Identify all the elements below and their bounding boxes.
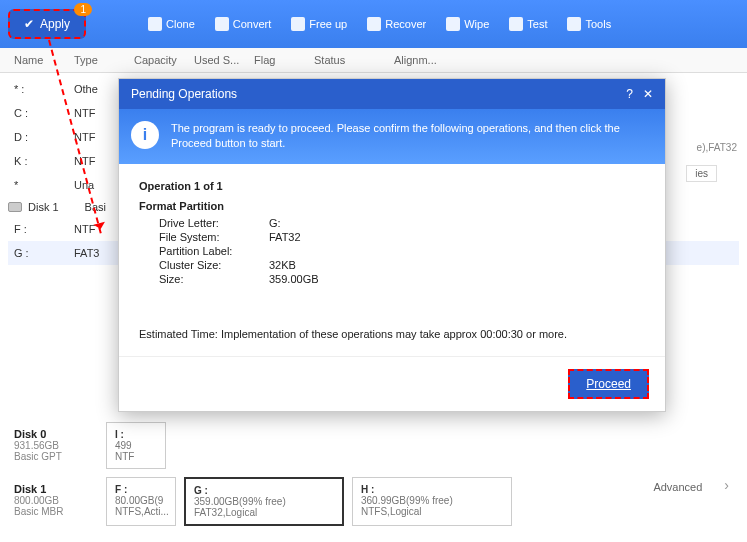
tool-clone[interactable]: Clone <box>142 13 201 35</box>
disk1-inline-label: Disk 1 <box>28 201 59 213</box>
dialog-title: Pending Operations <box>131 87 237 101</box>
test-icon <box>509 17 523 31</box>
disk-row-1: Disk 1 800.00GB Basic MBR F : 80.00GB(9 … <box>8 477 739 526</box>
side-button[interactable]: ies <box>686 165 717 182</box>
wipe-icon <box>446 17 460 31</box>
dialog-titlebar: Pending Operations ? ✕ <box>119 79 665 109</box>
apply-label: Apply <box>40 17 70 31</box>
tools-icon <box>567 17 581 31</box>
disk0-label[interactable]: Disk 0 931.56GB Basic GPT <box>8 422 98 469</box>
disk1-label[interactable]: Disk 1 800.00GB Basic MBR <box>8 477 98 526</box>
operation-count: Operation 1 of 1 <box>139 180 645 192</box>
col-align[interactable]: Alignm... <box>388 52 448 68</box>
col-name[interactable]: Name <box>8 52 68 68</box>
col-flag[interactable]: Flag <box>248 52 308 68</box>
apply-badge: 1 <box>74 3 92 16</box>
operation-name: Format Partition <box>139 200 645 212</box>
tool-freeup[interactable]: Free up <box>285 13 353 35</box>
col-status[interactable]: Status <box>308 52 388 68</box>
advanced-toggle[interactable]: Advanced <box>649 477 706 526</box>
disk-row-0: Disk 0 931.56GB Basic GPT I : 499 NTF <box>8 422 739 469</box>
dialog-footer: Proceed <box>119 356 665 411</box>
info-icon: i <box>131 121 159 149</box>
col-capacity[interactable]: Capacity <box>128 52 188 68</box>
tool-test[interactable]: Test <box>503 13 553 35</box>
freeup-icon <box>291 17 305 31</box>
partition-block[interactable]: H : 360.99GB(99% free) NTFS,Logical <box>352 477 512 526</box>
dialog-message-bar: i The program is ready to proceed. Pleas… <box>119 109 665 164</box>
estimated-time: Estimated Time: Implementation of these … <box>139 316 645 340</box>
pending-operations-dialog: Pending Operations ? ✕ i The program is … <box>118 78 666 412</box>
tool-recover[interactable]: Recover <box>361 13 432 35</box>
proceed-button[interactable]: Proceed <box>568 369 649 399</box>
tool-wipe[interactable]: Wipe <box>440 13 495 35</box>
partition-block[interactable]: I : 499 NTF <box>106 422 166 469</box>
partition-block-selected[interactable]: G : 359.00GB(99% free) FAT32,Logical <box>184 477 344 526</box>
dialog-body: Operation 1 of 1 Format Partition Drive … <box>119 164 665 356</box>
help-icon[interactable]: ? <box>626 87 633 101</box>
recover-icon <box>367 17 381 31</box>
partition-table-header: Name Type Capacity Used S... Flag Status… <box>0 48 747 73</box>
clone-icon <box>148 17 162 31</box>
tool-convert[interactable]: Convert <box>209 13 278 35</box>
partition-block[interactable]: F : 80.00GB(9 NTFS,Acti... <box>106 477 176 526</box>
side-fs-text: e),FAT32 <box>697 142 737 153</box>
convert-icon <box>215 17 229 31</box>
check-icon: ✔ <box>24 17 34 31</box>
close-icon[interactable]: ✕ <box>643 87 653 101</box>
chevron-right-icon[interactable]: › <box>714 477 739 526</box>
disk-map: Disk 0 931.56GB Basic GPT I : 499 NTF Di… <box>8 422 739 534</box>
operation-details: Drive Letter:G: File System:FAT32 Partit… <box>159 216 645 286</box>
main-toolbar: ✔ Apply 1 Clone Convert Free up Recover … <box>0 0 747 48</box>
tool-tools[interactable]: Tools <box>561 13 617 35</box>
dialog-message: The program is ready to proceed. Please … <box>171 121 653 152</box>
disk-icon <box>8 202 22 212</box>
col-used[interactable]: Used S... <box>188 52 248 68</box>
apply-button[interactable]: ✔ Apply 1 <box>8 9 86 39</box>
col-type[interactable]: Type <box>68 52 128 68</box>
